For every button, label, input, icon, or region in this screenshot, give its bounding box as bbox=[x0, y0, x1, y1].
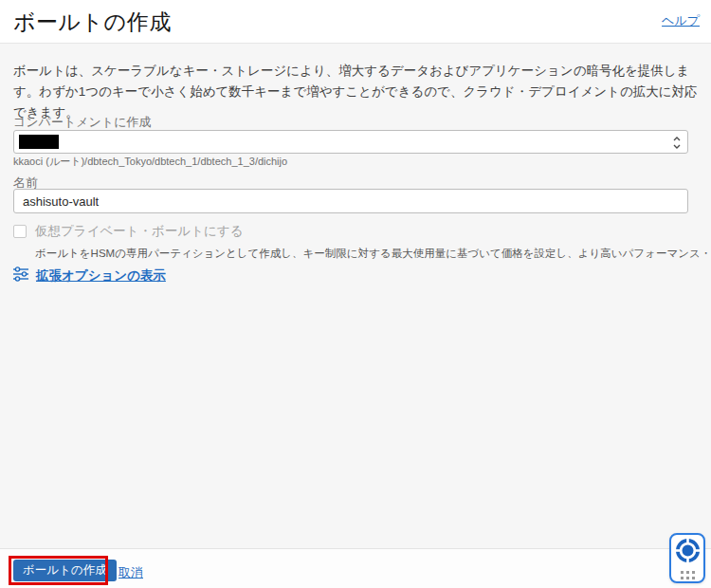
vault-name-input[interactable] bbox=[13, 189, 688, 213]
sliders-icon bbox=[13, 266, 28, 285]
hsm-description-text: ボールトをHSMの専用パーティションとして作成し、キー制限に対する最大使用量に基… bbox=[35, 248, 711, 259]
help-link[interactable]: ヘルプ bbox=[662, 12, 700, 29]
drag-dots-icon bbox=[681, 571, 695, 579]
private-vault-label: 仮想プライベート・ボールトにする bbox=[35, 223, 243, 240]
dialog-header: ボールトの作成 ヘルプ bbox=[0, 0, 711, 44]
compartment-label: コンパートメントに作成 bbox=[13, 114, 151, 131]
create-vault-button[interactable]: ボールトの作成 bbox=[13, 560, 117, 581]
create-vault-dialog: ボールトの作成 ヘルプ ボールトは、スケーラブルなキー・ストレージにより、増大す… bbox=[0, 0, 711, 588]
support-widget-button[interactable] bbox=[669, 533, 705, 583]
page-title: ボールトの作成 bbox=[13, 8, 172, 37]
private-vault-checkbox[interactable] bbox=[13, 225, 27, 238]
cancel-link[interactable]: 取消 bbox=[118, 564, 143, 581]
compartment-select[interactable] bbox=[13, 130, 688, 154]
show-advanced-options-link[interactable]: 拡張オプションの表示 bbox=[36, 267, 166, 285]
lifebuoy-icon bbox=[675, 538, 701, 567]
compartment-path-helper: kkaoci (ルート)/dbtech_Tokyo/dbtech_1/dbtec… bbox=[13, 155, 287, 169]
redacted-compartment-value bbox=[19, 135, 59, 149]
advanced-options-row: 拡張オプションの表示 bbox=[13, 266, 166, 285]
chevron-up-down-icon bbox=[672, 135, 682, 155]
private-vault-row: 仮想プライベート・ボールトにする bbox=[13, 223, 243, 240]
private-vault-description: ボールトをHSMの専用パーティションとして作成し、キー制限に対する最大使用量に基… bbox=[35, 247, 711, 261]
